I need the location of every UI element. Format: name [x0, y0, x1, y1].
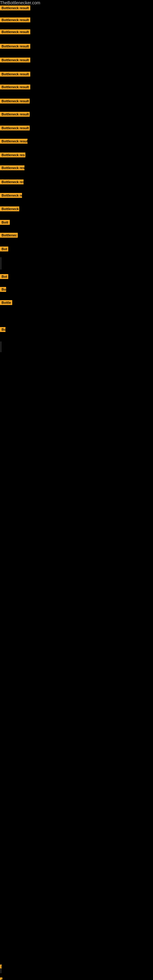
vertical-line-0	[1, 257, 1, 269]
bottleneck-badge-20: Bo	[0, 287, 6, 293]
bottleneck-badge-21: Bottle	[0, 300, 12, 306]
bottleneck-badge-13: Bottleneck res	[0, 180, 24, 186]
bottleneck-badge-6: Bottleneck result	[0, 84, 30, 91]
bottleneck-badge-9: Bottleneck result	[0, 126, 30, 132]
bottleneck-badge-11: Bottleneck res	[0, 153, 26, 159]
small-badge-1: n	[0, 978, 2, 980]
bottleneck-badge-19: Bot	[0, 274, 8, 280]
bottleneck-badge-16: Bott	[0, 220, 10, 226]
bottleneck-badge-15: Bottleneck	[0, 207, 19, 213]
bottleneck-badge-17: Bottlenec	[0, 233, 18, 239]
bottleneck-badge-3: Bottleneck result	[0, 44, 30, 50]
bottleneck-badge-5: Bottleneck result	[0, 72, 30, 78]
bottleneck-badge-10: Bottleneck result	[0, 139, 27, 145]
bottleneck-badge-7: Bottleneck result	[0, 99, 30, 105]
bottleneck-badge-18: Bot	[0, 247, 8, 253]
bottleneck-badge-22: Bo	[0, 327, 5, 333]
bottleneck-badge-14: Bottleneck re	[0, 193, 22, 199]
bottleneck-badge-0: Bottleneck result	[0, 5, 30, 12]
small-badge-0: |	[0, 965, 2, 968]
bottleneck-badge-8: Bottleneck result	[0, 112, 30, 118]
bottleneck-badge-1: Bottleneck result	[0, 18, 30, 24]
bottleneck-badge-4: Bottleneck result	[0, 57, 30, 64]
site-title: TheBottlenecker.com	[0, 0, 153, 5]
bottleneck-badge-12: Bottleneck res	[0, 165, 24, 172]
bottleneck-badge-2: Bottleneck result	[0, 29, 30, 35]
vertical-line-1	[1, 342, 1, 352]
